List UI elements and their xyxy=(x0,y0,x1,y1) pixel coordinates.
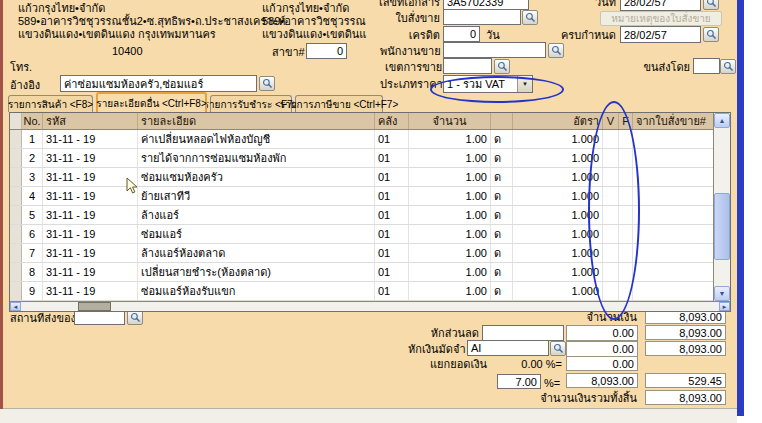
so-note-button[interactable]: หมายเหตุของใบสั่งขาย xyxy=(600,11,722,26)
cell-warehouse: 01 xyxy=(375,168,409,186)
due-date-search-button[interactable] xyxy=(703,27,719,42)
row-selector[interactable] xyxy=(10,263,22,281)
tab-other-details[interactable]: รายละเอียดอื่น <Ctrl+F8> xyxy=(96,92,207,112)
vat-base-value: 8,093.00 xyxy=(566,373,638,388)
due-date-input[interactable]: 28/02/57 xyxy=(620,26,701,43)
reference-input[interactable]: ค่าซ่อมแซมห้องครัว,ซ่อมแอร์ xyxy=(60,75,257,92)
days-suffix-label: วัน xyxy=(486,29,500,41)
header-rate: อัตรา xyxy=(513,113,603,129)
scroll-up-icon[interactable]: ▲ xyxy=(714,113,730,128)
cell-quantity: 1.00 xyxy=(409,206,491,224)
header-description: รายละเอียด xyxy=(138,113,375,129)
annotation-ellipse-price-type xyxy=(430,76,564,103)
header-code: รหัส xyxy=(43,113,138,129)
vertical-scrollbar[interactable]: ▲ ▼ xyxy=(713,113,730,301)
h-scrollbar-thumb[interactable] xyxy=(78,302,111,311)
row-selector[interactable] xyxy=(10,282,22,300)
row-selector[interactable] xyxy=(10,187,22,205)
cell-from-sales-order xyxy=(633,187,713,205)
cell-code: 31-11 - 19 xyxy=(43,168,138,186)
search-icon xyxy=(551,45,562,56)
discount-input[interactable] xyxy=(482,325,564,341)
deposit-search-button[interactable] xyxy=(550,341,566,356)
sales-area-label: เขตการขาย xyxy=(385,61,440,73)
cell-warehouse: 01 xyxy=(375,206,409,224)
cell-from-sales-order xyxy=(633,130,713,148)
cell-unit: ด xyxy=(491,149,513,167)
split-amount-label: แยกยอดเงิน xyxy=(430,358,487,370)
tab-sales-tax[interactable]: รายการภาษีขาย <Ctrl+F7> xyxy=(295,95,383,112)
date-search-button[interactable] xyxy=(703,0,719,10)
cell-unit: ด xyxy=(491,282,513,300)
search-icon xyxy=(497,61,508,72)
customer-postal: 10400 xyxy=(112,45,143,57)
scroll-left-icon[interactable]: ◄ xyxy=(10,302,21,311)
cell-no: 1 xyxy=(22,130,43,148)
scrollbar-thumb[interactable] xyxy=(714,193,730,260)
discount-label: หักส่วนลด xyxy=(420,327,479,339)
ship-by-input[interactable] xyxy=(693,58,720,74)
cell-no: 8 xyxy=(22,263,43,281)
branch-input[interactable]: 0 xyxy=(306,43,347,59)
cell-quantity: 1.00 xyxy=(409,130,491,148)
row-selector[interactable] xyxy=(10,206,22,224)
shipto-name: แก้วกรุงไทย•จำกัด xyxy=(262,2,349,14)
cell-description: เปลี่ยนสายชำระ(ห้องตลาด) xyxy=(138,263,375,281)
branch-label: สาขา# xyxy=(272,46,305,58)
cell-no: 9 xyxy=(22,282,43,300)
scroll-down-icon[interactable]: ▼ xyxy=(714,286,730,301)
after-deposit-value: 8,093.00 xyxy=(645,341,726,356)
cell-warehouse: 01 xyxy=(375,282,409,300)
cell-code: 31-11 - 19 xyxy=(43,244,138,262)
search-icon xyxy=(130,312,141,323)
cell-from-sales-order xyxy=(633,282,713,300)
cell-description: ซ่อมแซมห้องครัว xyxy=(138,168,375,186)
deposit-code-input[interactable]: AI xyxy=(467,340,549,356)
sales-order-label: ใบสั่งขาย xyxy=(380,12,440,24)
header-warehouse: คลัง xyxy=(375,113,409,129)
cell-unit: ด xyxy=(491,130,513,148)
row-selector[interactable] xyxy=(10,244,22,262)
cell-code: 31-11 - 19 xyxy=(43,263,138,281)
row-selector[interactable] xyxy=(10,168,22,186)
reference-search-button[interactable] xyxy=(259,76,275,91)
cell-quantity: 1.00 xyxy=(409,244,491,262)
deposit-label: หักเงินมัดจำ xyxy=(408,343,464,355)
scrollbar-track[interactable] xyxy=(714,128,730,286)
credit-label: เครดิต xyxy=(390,29,440,41)
header-selector xyxy=(10,113,22,129)
cell-warehouse: 01 xyxy=(375,263,409,281)
cell-description: ล้างแอร์ xyxy=(138,206,375,224)
row-selector[interactable] xyxy=(10,225,22,243)
ship-by-search-button[interactable] xyxy=(720,59,736,74)
after-discount-value: 8,093.00 xyxy=(645,325,726,340)
scroll-right-icon[interactable]: ► xyxy=(719,302,730,311)
row-selector[interactable] xyxy=(10,149,22,167)
row-selector[interactable] xyxy=(10,130,22,148)
cell-unit: ด xyxy=(491,187,513,205)
sales-area-input[interactable] xyxy=(443,58,492,74)
ship-place-search-button[interactable] xyxy=(127,310,143,325)
reference-label: อ้างอิง xyxy=(10,79,40,91)
split-percent-label: 0.00 %= xyxy=(508,358,562,370)
cell-warehouse: 01 xyxy=(375,130,409,148)
salesman-search-button[interactable] xyxy=(548,43,564,58)
header-no: No. xyxy=(22,113,43,129)
sales-order-input[interactable] xyxy=(443,9,521,25)
cell-no: 2 xyxy=(22,149,43,167)
credit-days-input[interactable]: 0 xyxy=(443,26,480,42)
vat-rate-input[interactable]: 7.00 xyxy=(497,374,541,389)
cell-code: 31-11 - 19 xyxy=(43,206,138,224)
date-input[interactable]: 28/02/57 xyxy=(620,0,701,11)
sales-order-search-button[interactable] xyxy=(522,10,538,25)
cell-quantity: 1.00 xyxy=(409,149,491,167)
ship-by-label: ขนส่งโดย xyxy=(640,61,690,73)
salesman-input[interactable] xyxy=(443,42,546,58)
cell-rate: 1.000 xyxy=(513,263,603,281)
tab-items[interactable]: รายการสินค้า <F8> xyxy=(8,95,93,112)
percent-equals-label: %= xyxy=(544,377,560,389)
cell-description: ซ่อมแอร์ห้องรับแขก xyxy=(138,282,375,300)
sales-area-search-button[interactable] xyxy=(494,59,510,74)
cell-warehouse: 01 xyxy=(375,225,409,243)
cell-unit: ด xyxy=(491,168,513,186)
